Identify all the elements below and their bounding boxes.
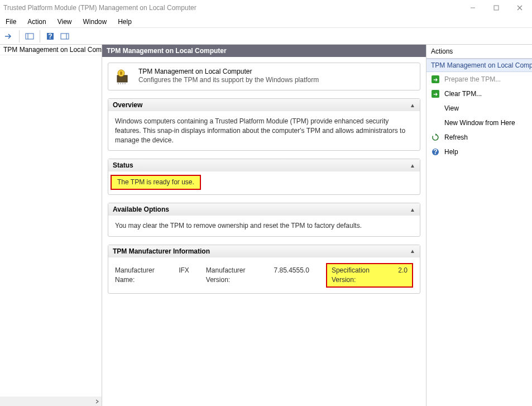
action-help-label: Help: [444, 148, 458, 156]
manufacturer-section: TPM Manufacturer Information ▲ Manufactu…: [108, 245, 420, 294]
specification-version-label: Specification Version:: [332, 266, 395, 285]
options-body: You may clear the TPM to remove ownershi…: [108, 216, 420, 236]
manufacturer-row: Manufacturer Name: IFX Manufacturer Vers…: [115, 263, 413, 288]
action-view-label: View: [444, 104, 459, 112]
specification-version-pair: Specification Version: 2.0: [326, 263, 413, 288]
intro-subtitle: Configures the TPM and its support by th…: [138, 76, 319, 84]
status-message: The TPM is ready for use.: [111, 175, 201, 190]
blank-icon: [431, 118, 440, 127]
manufacturer-name-pair: Manufacturer Name: IFX: [115, 266, 189, 285]
manufacturer-version-label: Manufacturer Version:: [206, 266, 271, 285]
menu-window[interactable]: Window: [78, 17, 113, 27]
overview-title: Overview: [113, 101, 142, 109]
action-clear-tpm[interactable]: ➜ Clear TPM...: [426, 87, 532, 101]
window-title: Trusted Platform Module (TPM) Management…: [2, 4, 196, 12]
action-new-window[interactable]: New Window from Here: [426, 116, 532, 130]
options-header[interactable]: Available Options ▲: [108, 203, 420, 216]
manufacturer-body: Manufacturer Name: IFX Manufacturer Vers…: [108, 257, 420, 293]
action-prepare-tpm[interactable]: ➜ Prepare the TPM...: [426, 72, 532, 87]
toolbar-separator: [19, 30, 20, 42]
manufacturer-header[interactable]: TPM Manufacturer Information ▲: [108, 245, 420, 257]
intro-box: TPM Management on Local Computer Configu…: [108, 63, 420, 90]
specification-version-value: 2.0: [398, 266, 408, 285]
action-refresh-label: Refresh: [444, 133, 468, 141]
show-hide-console-tree-button[interactable]: [23, 30, 36, 43]
center-body: TPM Management on Local Computer Configu…: [102, 57, 426, 307]
workspace: TPM Management on Local Comp TPM Managem…: [0, 45, 532, 406]
svg-rect-4: [26, 34, 33, 39]
action-clear-label: Clear TPM...: [444, 90, 482, 98]
actions-title: Actions: [426, 45, 532, 59]
action-view[interactable]: View: [426, 101, 532, 116]
overview-body: Windows computers containing a Trusted P…: [108, 111, 420, 150]
refresh-icon: [431, 133, 440, 142]
svg-rect-8: [61, 34, 69, 39]
menu-file[interactable]: File: [0, 17, 22, 27]
tree-pane: TPM Management on Local Comp: [0, 45, 102, 406]
action-help[interactable]: ? Help: [426, 145, 532, 159]
window-controls: [466, 2, 530, 13]
actions-pane: Actions TPM Management on Local Compu ➜ …: [426, 45, 532, 406]
options-title: Available Options: [113, 206, 169, 213]
tree-horizontal-scrollbar[interactable]: [0, 397, 102, 406]
menu-view[interactable]: View: [52, 17, 78, 27]
scroll-right-button[interactable]: [92, 397, 102, 406]
menu-action[interactable]: Action: [22, 17, 51, 27]
arrow-right-icon: ➜: [431, 75, 440, 84]
manufacturer-title: TPM Manufacturer Information: [113, 247, 210, 255]
center-pane: TPM Management on Local Computer TPM: [102, 45, 426, 406]
options-section: Available Options ▲ You may clear the TP…: [108, 203, 420, 237]
actions-subtitle: TPM Management on Local Compu: [426, 59, 532, 72]
action-refresh[interactable]: Refresh: [426, 130, 532, 145]
intro-title: TPM Management on Local Computer: [138, 68, 319, 75]
svg-text:?: ?: [48, 32, 52, 40]
menu-bar: File Action View Window Help: [0, 16, 532, 28]
overview-header[interactable]: Overview ▲: [108, 99, 420, 111]
status-header[interactable]: Status ▲: [108, 159, 420, 171]
minimize-button[interactable]: [466, 2, 480, 13]
menu-help[interactable]: Help: [112, 17, 137, 27]
tree-item-tpm-root[interactable]: TPM Management on Local Comp: [0, 45, 102, 55]
collapse-icon: ▲: [410, 163, 415, 169]
help-button[interactable]: ?: [44, 30, 57, 43]
manufacturer-version-value: 7.85.4555.0: [274, 266, 309, 285]
show-hide-action-pane-button[interactable]: [58, 30, 71, 43]
collapse-icon: ▲: [410, 207, 415, 213]
status-body: The TPM is ready for use.: [108, 171, 420, 194]
action-prepare-label: Prepare the TPM...: [444, 75, 501, 83]
manufacturer-name-label: Manufacturer Name:: [115, 266, 175, 285]
collapse-icon: ▲: [410, 248, 415, 254]
arrow-right-icon: ➜: [431, 89, 440, 98]
forward-button[interactable]: [2, 30, 16, 43]
tpm-chip-icon: [114, 68, 132, 85]
status-section: Status ▲ The TPM is ready for use.: [108, 159, 420, 195]
center-header: TPM Management on Local Computer: [102, 45, 426, 57]
collapse-icon: ▲: [410, 102, 415, 108]
status-title: Status: [113, 161, 133, 169]
blank-icon: [431, 104, 440, 113]
action-newwin-label: New Window from Here: [444, 119, 515, 127]
overview-section: Overview ▲ Windows computers containing …: [108, 98, 420, 151]
intro-text: TPM Management on Local Computer Configu…: [138, 68, 319, 85]
svg-rect-1: [494, 6, 499, 10]
toolbar: ?: [0, 28, 532, 45]
svg-text:?: ?: [433, 148, 437, 156]
title-bar: Trusted Platform Module (TPM) Management…: [0, 0, 532, 16]
manufacturer-name-value: IFX: [179, 266, 189, 285]
maximize-button[interactable]: [490, 2, 503, 13]
close-button[interactable]: [513, 2, 526, 13]
toolbar-separator: [40, 30, 40, 42]
manufacturer-version-pair: Manufacturer Version: 7.85.4555.0: [206, 266, 309, 285]
svg-rect-16: [120, 71, 122, 75]
help-icon: ?: [431, 147, 440, 156]
